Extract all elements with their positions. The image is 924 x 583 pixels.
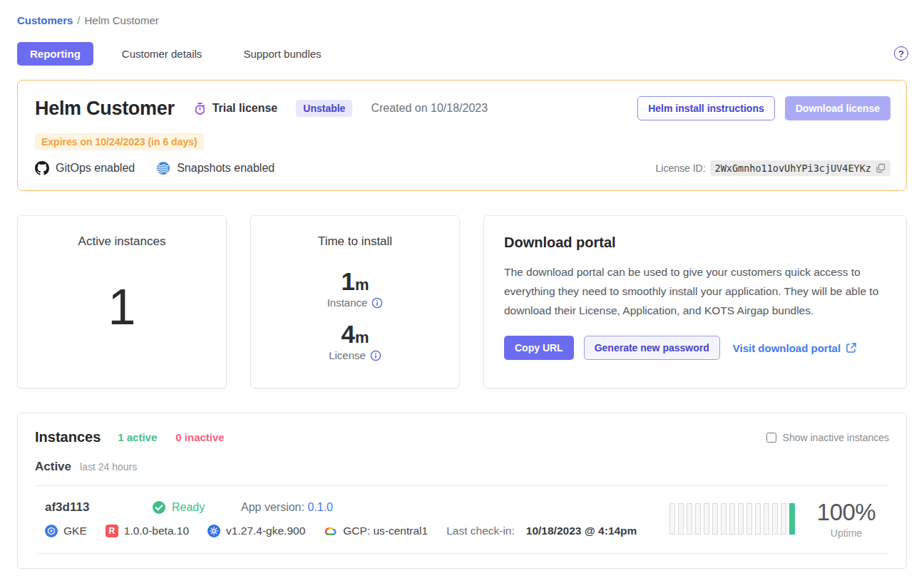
help-icon[interactable]: ? — [894, 46, 908, 61]
instances-card: Instances 1 active 0 inactive Show inact… — [17, 413, 907, 569]
uptime-bar — [738, 503, 744, 535]
gke-icon — [45, 525, 58, 537]
copy-icon[interactable] — [876, 163, 885, 173]
uptime-bars — [669, 503, 795, 535]
license-id-label: License ID: — [656, 162, 706, 174]
k8s-version-meta: v1.27.4-gke.900 — [207, 525, 305, 537]
breadcrumb-current: Helm Customer — [85, 14, 159, 26]
uptime-bar — [721, 503, 727, 535]
instance-id: af3d113 — [45, 500, 152, 515]
instances-title: Instances — [35, 429, 101, 445]
tab-support-bundles[interactable]: Support bundles — [230, 42, 334, 66]
snapshots-enabled-feature: Snapshots enabled — [156, 161, 274, 175]
uptime-bar — [669, 503, 675, 535]
info-icon[interactable] — [370, 350, 381, 361]
app-version-link[interactable]: 0.1.0 — [307, 501, 333, 513]
github-icon — [35, 161, 49, 175]
external-link-icon — [846, 342, 857, 354]
replicated-icon: R — [106, 525, 118, 537]
gitops-enabled-feature: GitOps enabled — [35, 161, 135, 175]
show-inactive-checkbox[interactable] — [766, 433, 776, 443]
stopwatch-icon — [193, 102, 207, 115]
license-id-chip: 2WxGmnho11ovUhYPi3cjUV4EYKz — [710, 160, 890, 176]
stats-row: Active instances 1 Time to install 1m In… — [17, 215, 907, 388]
breadcrumb-customers-link[interactable]: Customers — [17, 14, 73, 26]
customer-reporting-page: Customers/Helm Customer Reporting Custom… — [0, 0, 924, 569]
copy-url-button[interactable]: Copy URL — [504, 336, 574, 360]
download-license-button[interactable]: Download license — [785, 96, 890, 120]
created-date-label: Created on 10/18/2023 — [371, 102, 488, 115]
uptime-bar — [772, 503, 778, 535]
show-inactive-toggle[interactable]: Show inactive instances — [766, 432, 889, 443]
generate-password-button[interactable]: Generate new password — [584, 336, 720, 360]
snapshots-enabled-label: Snapshots enabled — [177, 162, 274, 175]
distribution-meta: GKE — [45, 525, 87, 537]
time-to-install-card: Time to install 1m Instance 4m License — [250, 215, 460, 388]
timeframe-label: last 24 hours — [80, 461, 137, 473]
instance-status: Ready — [172, 501, 205, 514]
tab-customer-details[interactable]: Customer details — [109, 42, 215, 66]
active-instances-title: Active instances — [18, 234, 226, 249]
cloud-region-meta: GCP: us-central1 — [324, 525, 428, 537]
breadcrumb-separator: / — [77, 14, 80, 26]
k8s-version-label: v1.27.4-gke.900 — [226, 525, 305, 537]
last-checkin-label: Last check-in: — [446, 525, 515, 537]
uptime-label: Uptime — [813, 527, 879, 539]
license-install-time: 4m — [251, 321, 459, 346]
instance-install-label: Instance — [327, 296, 368, 309]
tab-reporting[interactable]: Reporting — [17, 42, 93, 66]
license-install-label: License — [329, 349, 366, 361]
license-summary-card: Helm Customer Trial license Unstable Cre… — [17, 80, 907, 191]
ready-check-icon — [152, 500, 166, 515]
app-version-label: App version: — [241, 501, 304, 513]
channel-badge: Unstable — [296, 100, 352, 117]
last-checkin-value: 10/18/2023 @ 4:14pm — [526, 525, 637, 537]
uptime-bar — [687, 503, 692, 535]
instance-row[interactable]: af3d113 Ready App version: 0.1.0 — [35, 486, 889, 554]
snapshots-waves-icon — [156, 161, 170, 175]
show-inactive-label: Show inactive instances — [783, 432, 889, 443]
active-instances-card: Active instances 1 — [17, 215, 227, 388]
app-release-label: 1.0.0-beta.10 — [124, 525, 189, 537]
uptime-bar — [704, 503, 709, 535]
uptime-bar — [789, 503, 795, 535]
helm-install-instructions-button[interactable]: Helm install instructions — [637, 96, 775, 120]
app-release-meta: R 1.0.0-beta.10 — [106, 525, 189, 537]
instance-install-time: 1m — [251, 269, 459, 294]
uptime-bar — [729, 503, 735, 535]
customer-name-title: Helm Customer — [35, 98, 175, 120]
license-id-value: 2WxGmnho11ovUhYPi3cjUV4EYKz — [715, 162, 871, 174]
gitops-enabled-label: GitOps enabled — [56, 162, 135, 175]
active-instances-value: 1 — [18, 279, 226, 336]
download-portal-card: Download portal The download portal can … — [483, 215, 907, 388]
uptime-bar — [678, 503, 684, 535]
uptime-bar — [712, 503, 718, 535]
download-portal-description: The download portal can be used to give … — [504, 262, 886, 320]
uptime-bar — [695, 503, 701, 535]
uptime-bar — [764, 503, 769, 535]
active-count: 1 active — [118, 431, 157, 443]
gcp-cloud-icon — [324, 526, 337, 536]
uptime-percentage: 100% — [813, 499, 879, 526]
uptime-bar — [755, 503, 761, 535]
info-icon[interactable] — [371, 297, 383, 309]
time-to-install-title: Time to install — [251, 234, 459, 249]
tab-bar: Reporting Customer details Support bundl… — [9, 42, 915, 66]
breadcrumb: Customers/Helm Customer — [9, 9, 915, 26]
license-type-label: Trial license — [212, 102, 278, 115]
visit-download-portal-link[interactable]: Visit download portal — [733, 342, 857, 354]
expires-badge: Expires on 10/24/2023 (in 6 days) — [35, 133, 204, 150]
last-checkin-meta: Last check-in: 10/18/2023 @ 4:14pm — [446, 525, 637, 537]
inactive-count: 0 inactive — [175, 431, 224, 443]
cloud-region-label: GCP: us-central1 — [343, 525, 428, 537]
distribution-label: GKE — [63, 525, 87, 537]
kubernetes-icon — [207, 525, 220, 537]
download-portal-title: Download portal — [504, 234, 886, 251]
uptime-bar — [781, 503, 786, 535]
uptime-bar — [746, 503, 752, 535]
active-section-title: Active — [35, 460, 71, 474]
